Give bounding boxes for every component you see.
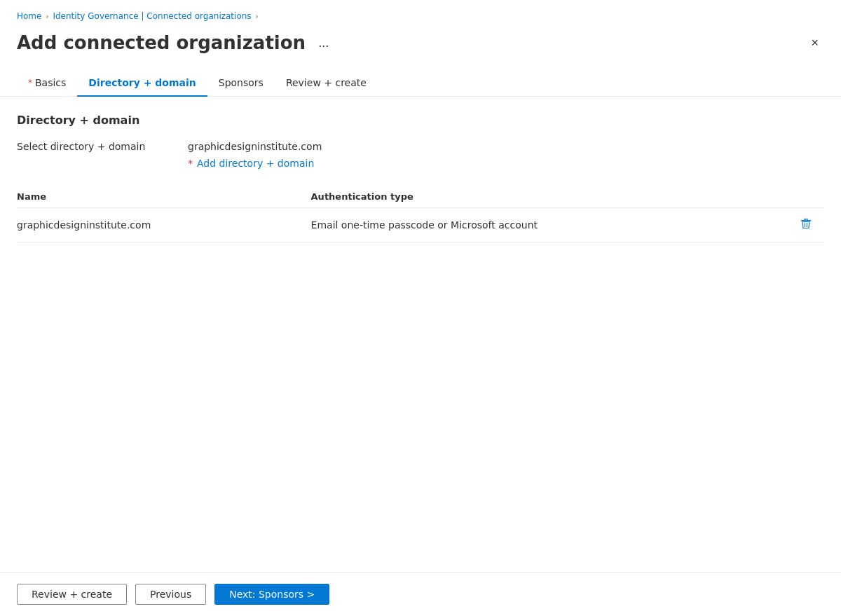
table-cell-auth-type: Email one-time passcode or Microsoft acc… bbox=[311, 208, 796, 242]
previous-button[interactable]: Previous bbox=[135, 584, 206, 605]
svg-rect-1 bbox=[801, 220, 811, 221]
tab-directory-domain[interactable]: Directory + domain bbox=[77, 70, 207, 97]
col-header-auth-type: Authentication type bbox=[311, 186, 796, 208]
tab-sponsors-label: Sponsors bbox=[219, 77, 264, 88]
tab-review-create[interactable]: Review + create bbox=[275, 70, 378, 97]
add-link-asterisk: * bbox=[188, 158, 193, 169]
form-row: Select directory + domain graphicdesigni… bbox=[17, 141, 824, 169]
form-values: graphicdesigninstitute.com * Add directo… bbox=[188, 141, 322, 169]
main-content: Directory + domain Select directory + do… bbox=[0, 114, 841, 242]
svg-rect-0 bbox=[804, 219, 808, 220]
table-header-row: Name Authentication type bbox=[17, 186, 824, 208]
ellipsis-button[interactable]: ... bbox=[314, 34, 333, 52]
breadcrumb-home[interactable]: Home bbox=[17, 11, 41, 21]
form-label: Select directory + domain bbox=[17, 141, 171, 152]
breadcrumb-governance[interactable]: Identity Governance | Connected organiza… bbox=[53, 11, 251, 21]
table-row: graphicdesigninstitute.comEmail one-time… bbox=[17, 208, 824, 242]
breadcrumb: Home › Identity Governance | Connected o… bbox=[0, 0, 841, 27]
page-title-row: Add connected organization ... bbox=[17, 32, 333, 53]
tab-basics-asterisk: * bbox=[28, 78, 32, 88]
add-link-label: Add directory + domain bbox=[197, 158, 314, 169]
tabs-container: * Basics Directory + domain Sponsors Rev… bbox=[0, 70, 841, 97]
close-button[interactable]: × bbox=[805, 34, 824, 52]
table-cell-action bbox=[796, 208, 824, 242]
col-header-actions bbox=[796, 186, 824, 208]
tab-directory-domain-label: Directory + domain bbox=[88, 77, 196, 88]
tab-review-create-label: Review + create bbox=[286, 77, 367, 88]
section-title: Directory + domain bbox=[17, 114, 824, 127]
tab-basics-label: Basics bbox=[35, 77, 66, 88]
tab-sponsors[interactable]: Sponsors bbox=[207, 70, 275, 97]
footer: Review + create Previous Next: Sponsors … bbox=[0, 572, 841, 616]
review-create-button[interactable]: Review + create bbox=[17, 584, 127, 605]
col-header-name: Name bbox=[17, 186, 311, 208]
table-cell-name: graphicdesigninstitute.com bbox=[17, 208, 311, 242]
tab-basics[interactable]: * Basics bbox=[17, 70, 77, 97]
page-title: Add connected organization bbox=[17, 32, 306, 53]
add-directory-link[interactable]: * Add directory + domain bbox=[188, 158, 322, 169]
form-current-value: graphicdesigninstitute.com bbox=[188, 141, 322, 152]
next-sponsors-button[interactable]: Next: Sponsors > bbox=[214, 584, 329, 605]
breadcrumb-sep-2: › bbox=[256, 13, 259, 20]
page-header: Add connected organization ... × bbox=[0, 27, 841, 70]
directory-table: Name Authentication type graphicdesignin… bbox=[17, 186, 824, 242]
breadcrumb-sep-1: › bbox=[46, 13, 48, 20]
delete-row-button[interactable] bbox=[796, 217, 816, 233]
